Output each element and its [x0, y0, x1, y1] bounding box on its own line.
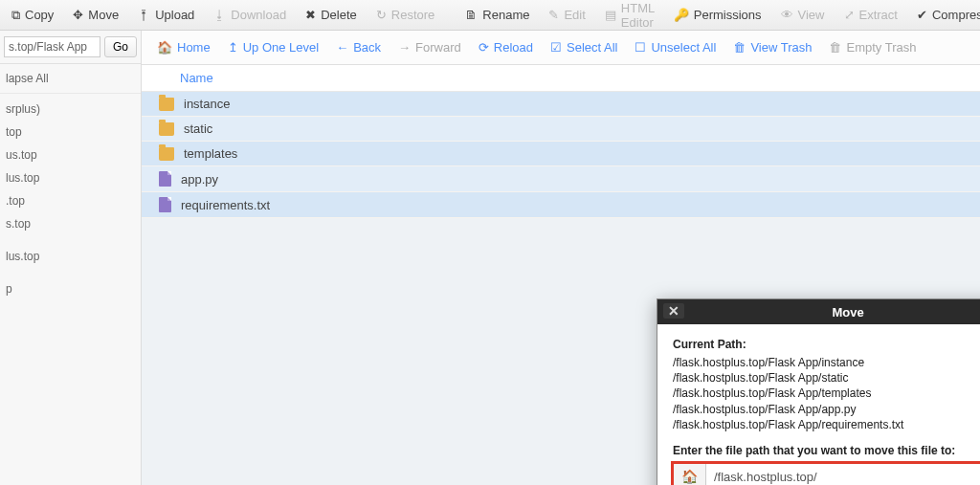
delete-label: Delete [321, 8, 357, 22]
close-icon[interactable]: ✕ [663, 303, 684, 319]
file-name: requirements.txt [181, 198, 270, 212]
reload-label: Reload [494, 40, 533, 55]
destination-row: 🏠 [673, 463, 980, 485]
file-row[interactable]: templates [142, 142, 980, 166]
forward-button[interactable]: →Forward [390, 36, 469, 58]
upload-button[interactable]: ⭱Upload [130, 4, 202, 26]
view-button: 👁View [773, 4, 833, 26]
unselect-all-button[interactable]: ☐Unselect All [627, 36, 724, 58]
col-name-header[interactable]: Name [180, 71, 213, 85]
unselect-all-label: Unselect All [651, 40, 716, 55]
file-row[interactable]: requirements.txt [142, 192, 980, 218]
permissions-button[interactable]: 🔑Permissions [666, 4, 769, 26]
path-line: /flask.hostplus.top/Flask App/app.py [673, 402, 980, 417]
copy-label: Copy [25, 8, 54, 22]
download-label: Download [231, 8, 286, 22]
destination-input[interactable] [705, 463, 980, 485]
move-label: Move [88, 8, 119, 22]
tree-item[interactable]: lus.top [0, 166, 141, 189]
current-paths-list: /flask.hostplus.top/Flask App/instance /… [673, 355, 980, 432]
go-button[interactable]: Go [104, 36, 137, 57]
rename-button[interactable]: 🗎Rename [457, 4, 537, 26]
upload-label: Upload [155, 8, 194, 22]
copy-icon: ⧉ [11, 9, 20, 21]
restore-button: ↻Restore [368, 4, 443, 26]
collapse-all-button[interactable]: lapse All [0, 64, 141, 94]
home-icon[interactable]: 🏠 [673, 463, 705, 485]
back-icon: ← [336, 41, 348, 54]
download-icon: ⭳ [213, 9, 226, 21]
path-line: /flask.hostplus.top/Flask App/static [673, 370, 980, 386]
file-icon [159, 171, 171, 187]
select-all-icon: ☑ [550, 41, 562, 54]
path-input[interactable] [4, 36, 100, 57]
forward-label: Forward [415, 40, 461, 55]
select-all-button[interactable]: ☑Select All [543, 36, 625, 58]
file-row[interactable]: instance [142, 92, 980, 117]
current-path-label: Current Path: [673, 338, 980, 351]
edit-label: Edit [564, 8, 585, 22]
edit-button: ✎Edit [541, 4, 592, 26]
dialog-header: ✕ Move [657, 299, 980, 324]
nav-row: 🏠Home ↥Up One Level ←Back →Forward ⟳Relo… [142, 31, 980, 65]
tree-item[interactable]: us.top [0, 143, 141, 166]
sidebar: Go lapse All srplus) top us.top lus.top … [0, 31, 142, 485]
file-row[interactable]: static [142, 117, 980, 142]
up-label: Up One Level [243, 40, 320, 55]
tree-item[interactable]: p [0, 277, 141, 300]
extract-icon: ⤢ [844, 9, 855, 21]
empty-trash-label: Empty Trash [846, 40, 916, 55]
tree-item[interactable]: top [0, 121, 141, 143]
up-one-level-button[interactable]: ↥Up One Level [220, 36, 327, 58]
folder-icon [159, 98, 174, 111]
back-label: Back [353, 40, 381, 55]
move-button[interactable]: ✥Move [65, 4, 126, 26]
forward-icon: → [398, 41, 411, 54]
folder-tree: srplus) top us.top lus.top .top s.top lu… [0, 94, 141, 485]
tree-item[interactable]: srplus) [0, 98, 141, 121]
up-icon: ↥ [228, 41, 238, 54]
html-editor-label: HTML Editor [621, 1, 655, 30]
tree-item[interactable] [0, 268, 141, 277]
compress-icon: ✔ [917, 9, 927, 21]
delete-button[interactable]: ✖Delete [298, 4, 365, 26]
reload-icon: ⟳ [479, 41, 489, 54]
view-trash-label: View Trash [750, 40, 812, 55]
permissions-label: Permissions [694, 8, 762, 22]
trash-icon: 🗑 [733, 41, 746, 54]
reload-button[interactable]: ⟳Reload [471, 36, 541, 58]
path-line: /flask.hostplus.top/Flask App/instance [673, 355, 980, 370]
dialog-title: Move [832, 305, 863, 320]
copy-button[interactable]: ⧉Copy [4, 4, 61, 26]
html-editor-icon: ▤ [605, 9, 616, 21]
download-button: ⭳Download [206, 4, 294, 26]
tree-item[interactable] [0, 235, 141, 245]
empty-trash-button[interactable]: 🗑Empty Trash [821, 36, 924, 58]
move-icon: ✥ [73, 9, 83, 21]
list-header: Name [142, 65, 980, 92]
empty-trash-icon: 🗑 [829, 41, 841, 54]
folder-icon [159, 147, 174, 161]
file-row[interactable]: app.py [142, 166, 980, 192]
tree-item[interactable]: s.top [0, 212, 141, 235]
enter-path-label: Enter the file path that you want to mov… [673, 444, 980, 457]
rename-label: Rename [482, 8, 529, 22]
back-button[interactable]: ←Back [328, 36, 389, 58]
view-trash-button[interactable]: 🗑View Trash [725, 36, 819, 58]
view-icon: 👁 [781, 9, 793, 21]
upload-icon: ⭱ [138, 9, 150, 21]
tree-item[interactable]: .top [0, 189, 141, 212]
folder-icon [159, 122, 174, 136]
home-label: Home [177, 40, 211, 55]
file-icon [159, 197, 171, 212]
home-button[interactable]: 🏠Home [149, 36, 218, 58]
html-editor-button: ▤HTML Editor [597, 0, 662, 33]
extract-button: ⤢Extract [836, 4, 905, 26]
compress-button[interactable]: ✔Compress [909, 4, 980, 26]
restore-label: Restore [391, 8, 435, 22]
path-line: /flask.hostplus.top/Flask App/templates [673, 386, 980, 401]
permissions-icon: 🔑 [674, 9, 689, 21]
tree-item[interactable]: lus.top [0, 245, 141, 268]
select-all-label: Select All [567, 40, 617, 55]
delete-icon: ✖ [305, 9, 316, 21]
